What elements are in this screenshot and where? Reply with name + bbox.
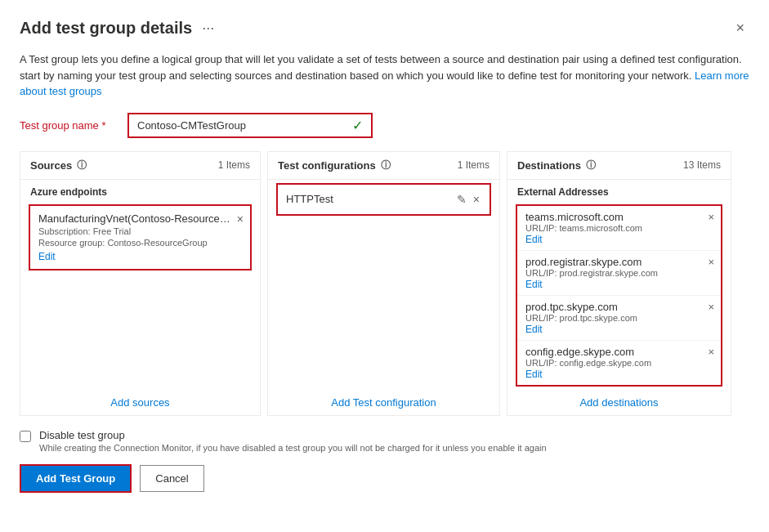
sources-item-count: 1 Items — [218, 159, 250, 171]
dest-close-0[interactable]: × — [708, 211, 714, 223]
panels-row: Sources ⓘ 1 Items Azure endpoints Manufa… — [20, 151, 749, 416]
destinations-panel-title: Destinations — [517, 159, 581, 172]
disable-row: Disable test group While creating the Co… — [20, 429, 749, 453]
name-input-wrapper: ✓ — [127, 113, 373, 138]
sources-panel-header: Sources ⓘ 1 Items — [20, 152, 260, 180]
disable-label: Disable test group — [39, 429, 547, 441]
sources-panel-header-left: Sources ⓘ — [30, 159, 87, 172]
destination-item: teams.microsoft.com URL/IP: teams.micros… — [517, 206, 721, 251]
add-test-group-button[interactable]: Add Test Group — [20, 464, 132, 493]
config-close-button[interactable]: × — [472, 191, 481, 208]
dest-url-0: URL/IP: teams.microsoft.com — [525, 223, 713, 233]
sources-section-title: Azure endpoints — [20, 180, 260, 201]
sources-panel-title: Sources — [30, 159, 72, 172]
dest-name-2: prod.tpc.skype.com — [525, 301, 713, 313]
test-config-item-count: 1 Items — [458, 159, 490, 171]
source-endpoint-item: ManufacturingVnet(Contoso-ResourceGr... … — [29, 204, 252, 270]
dest-url-1: URL/IP: prod.registrar.skype.com — [525, 268, 713, 278]
source-close-button[interactable]: × — [237, 212, 244, 226]
config-item: HTTPTest ✎ × — [276, 183, 491, 216]
destinations-list: teams.microsoft.com URL/IP: teams.micros… — [516, 204, 722, 387]
add-test-config-link[interactable]: Add Test configuration — [331, 396, 436, 409]
sources-panel-footer: Add sources — [20, 390, 260, 415]
cancel-button[interactable]: Cancel — [140, 465, 203, 492]
modal-title-row: Add test group details ··· — [20, 18, 217, 38]
form-label: Test group name * — [20, 119, 118, 132]
config-actions: ✎ × — [455, 191, 481, 208]
test-config-panel-header: Test configurations ⓘ 1 Items — [268, 152, 499, 180]
close-button[interactable]: × — [731, 16, 749, 40]
config-edit-button[interactable]: ✎ — [455, 191, 468, 208]
dest-edit-1[interactable]: Edit — [525, 279, 543, 290]
dest-url-3: URL/IP: config.edge.skype.com — [525, 358, 713, 368]
dest-name-0: teams.microsoft.com — [525, 211, 713, 223]
add-destinations-link[interactable]: Add destinations — [579, 396, 658, 409]
description-text: A Test group lets you define a logical g… — [20, 53, 742, 82]
action-row: Add Test Group Cancel — [20, 464, 749, 493]
dest-edit-0[interactable]: Edit — [525, 234, 543, 245]
check-icon: ✓ — [352, 118, 363, 133]
dest-close-3[interactable]: × — [708, 346, 714, 358]
config-name: HTTPTest — [286, 193, 333, 205]
sources-info-icon[interactable]: ⓘ — [77, 159, 87, 172]
dest-close-1[interactable]: × — [708, 256, 714, 268]
destinations-info-icon[interactable]: ⓘ — [586, 159, 596, 172]
disable-text-block: Disable test group While creating the Co… — [39, 429, 547, 453]
test-group-name-input[interactable] — [137, 119, 346, 132]
test-config-panel-title: Test configurations — [278, 159, 376, 172]
modal: Add test group details ··· × A Test grou… — [0, 0, 769, 532]
endpoint-name: ManufacturingVnet(Contoso-ResourceGr... — [38, 212, 235, 225]
test-config-panel-footer: Add Test configuration — [268, 390, 499, 415]
modal-title: Add test group details — [20, 19, 192, 38]
sources-panel: Sources ⓘ 1 Items Azure endpoints Manufa… — [20, 151, 261, 416]
disable-description: While creating the Connection Monitor, i… — [39, 443, 547, 453]
destinations-panel-header: Destinations ⓘ 13 Items — [507, 152, 731, 180]
dest-name-3: config.edge.skype.com — [525, 346, 713, 358]
destination-item: prod.tpc.skype.com URL/IP: prod.tpc.skyp… — [517, 296, 721, 341]
disable-test-group-checkbox[interactable] — [20, 431, 31, 442]
destinations-panel-footer: Add destinations — [507, 390, 731, 415]
test-config-panel: Test configurations ⓘ 1 Items HTTPTest ✎… — [267, 151, 500, 416]
dest-edit-2[interactable]: Edit — [525, 324, 543, 335]
ellipsis-button[interactable]: ··· — [199, 18, 217, 38]
destinations-section-title: External Addresses — [507, 180, 731, 201]
endpoint-resource-group: Resource group: Contoso-ResourceGroup — [38, 238, 242, 248]
source-edit-link[interactable]: Edit — [38, 251, 56, 262]
dest-close-2[interactable]: × — [708, 301, 714, 313]
description-block: A Test group lets you define a logical g… — [20, 51, 749, 100]
test-config-header-left: Test configurations ⓘ — [278, 159, 391, 172]
modal-header: Add test group details ··· × — [20, 16, 749, 40]
dest-url-2: URL/IP: prod.tpc.skype.com — [525, 313, 713, 323]
dest-edit-3[interactable]: Edit — [525, 369, 543, 380]
destination-item: config.edge.skype.com URL/IP: config.edg… — [517, 341, 721, 385]
form-row: Test group name * ✓ — [20, 113, 749, 138]
destinations-header-left: Destinations ⓘ — [517, 159, 596, 172]
destinations-panel: Destinations ⓘ 13 Items External Address… — [507, 151, 731, 416]
test-config-info-icon[interactable]: ⓘ — [381, 159, 391, 172]
destinations-item-count: 13 Items — [683, 159, 721, 171]
dest-name-1: prod.registrar.skype.com — [525, 256, 713, 268]
add-sources-link[interactable]: Add sources — [110, 396, 169, 409]
destination-item: prod.registrar.skype.com URL/IP: prod.re… — [517, 251, 721, 296]
endpoint-subscription: Subscription: Free Trial — [38, 226, 242, 236]
